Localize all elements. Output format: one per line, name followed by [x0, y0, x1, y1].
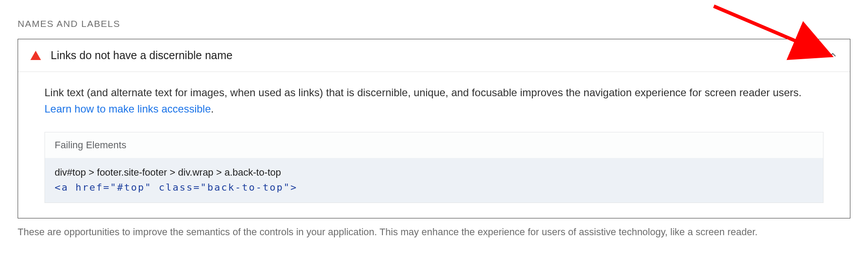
- failing-element-row: div#top > footer.site-footer > div.wrap …: [45, 158, 823, 202]
- audit-description-text: Link text (and alternate text for images…: [45, 86, 801, 98]
- learn-more-link[interactable]: Learn how to make links accessible: [45, 103, 211, 115]
- element-snippet: <a href="#top" class="back-to-top">: [55, 180, 813, 195]
- audit-card: Links do not have a discernible name Lin…: [18, 39, 850, 218]
- section-footnote: These are opportunities to improve the s…: [18, 218, 850, 239]
- audit-body: Link text (and alternate text for images…: [18, 72, 850, 218]
- selector-path: div#top > footer.site-footer > div.wrap …: [55, 165, 813, 180]
- failing-elements-label: Failing Elements: [45, 132, 823, 158]
- chevron-up-icon[interactable]: [828, 50, 838, 61]
- audit-title: Links do not have a discernible name: [51, 49, 828, 62]
- audit-description: Link text (and alternate text for images…: [45, 84, 823, 117]
- error-triangle-icon: [30, 51, 41, 60]
- failing-elements-block: Failing Elements div#top > footer.site-f…: [45, 132, 823, 203]
- audit-header[interactable]: Links do not have a discernible name: [18, 39, 850, 72]
- section-heading: NAMES AND LABELS: [18, 0, 850, 39]
- period: .: [211, 103, 214, 115]
